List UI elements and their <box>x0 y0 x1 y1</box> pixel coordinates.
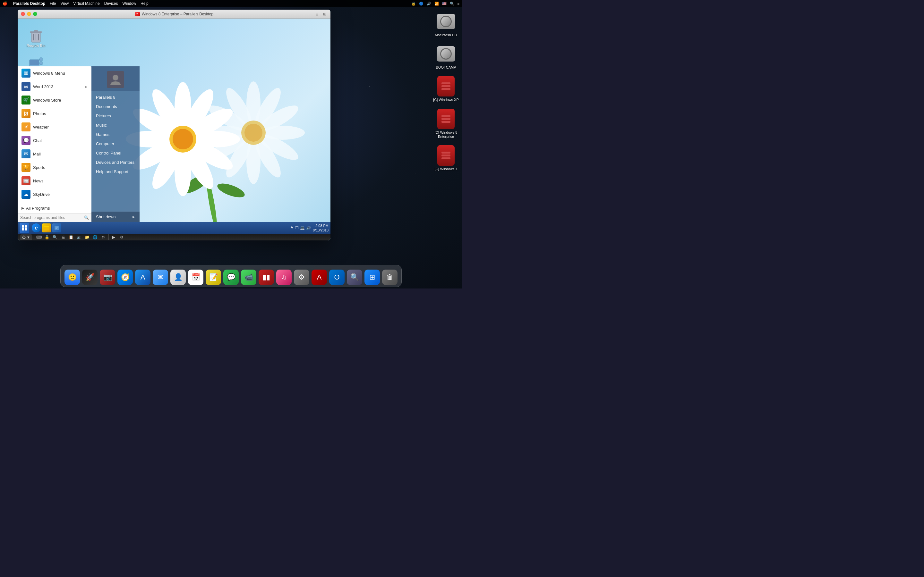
vm-clock: 2:08 PM 8/13/2013 <box>313 223 328 233</box>
dock-item-calendar[interactable]: 📅 <box>187 269 204 285</box>
start-menu-app-store[interactable]: 🛒 Windows Store <box>18 93 91 107</box>
start-menu-link-6[interactable]: Control Panel <box>91 148 140 158</box>
dock-item-finder[interactable]: 🙂 <box>64 269 81 285</box>
vm-titlebar: ✦ Windows 8 Enterprise – Parallels Deskt… <box>18 10 330 19</box>
parallels-power-button[interactable]: ⏻ ▼ <box>20 234 32 240</box>
view-menu[interactable]: View <box>60 1 69 6</box>
start-menu-app-mail[interactable]: ✉ Mail <box>18 147 91 161</box>
sticky-notes-taskbar[interactable] <box>52 223 61 232</box>
dock-item-contacts[interactable]: 👤 <box>170 269 186 285</box>
windows-xp-icon[interactable]: [C] Windows XP <box>433 76 459 102</box>
toolbar-btn-6[interactable]: 🔉 <box>76 234 83 240</box>
start-menu-link-7[interactable]: Devices and Printers <box>91 158 140 167</box>
apple-menu[interactable]: 🍎 <box>3 1 7 6</box>
dock-item-trash[interactable]: 🗑 <box>381 269 398 285</box>
search-icon[interactable]: 🔍 <box>450 2 454 6</box>
recycle-bin-label: Recycle Bin <box>26 44 46 47</box>
start-menu-link-4[interactable]: Games <box>91 130 140 139</box>
toolbar-btn-8[interactable]: 🌐 <box>92 234 99 240</box>
vm-start-button[interactable] <box>19 223 29 233</box>
vm-minimize-button[interactable] <box>27 12 31 16</box>
shutdown-label: Shut down <box>96 214 115 219</box>
file-menu[interactable]: File <box>50 1 56 6</box>
shutdown-arrow-icon: ▶ <box>132 215 135 219</box>
start-menu-app-news[interactable]: 📰 News <box>18 174 91 187</box>
toolbar-btn-4[interactable]: 🖨 <box>60 234 67 240</box>
start-menu-app-skydrive[interactable]: ☁ SkyDrive <box>18 187 91 201</box>
contacts-dock-icon: 👤 <box>170 269 186 285</box>
calendar-dock-icon: 📅 <box>188 269 204 285</box>
start-menu-app-sports[interactable]: 🏆 Sports <box>18 161 91 174</box>
windows-8-enterprise-icon[interactable]: [C] Windows 8 Enterprise <box>433 109 459 139</box>
toolbar-btn-play[interactable]: ▶ <box>110 234 118 240</box>
vm-taskbar: e <box>18 222 330 240</box>
dock-item-windows-dock[interactable]: ⊞ <box>364 269 381 285</box>
toolbar-btn-2[interactable]: 🔒 <box>44 234 51 240</box>
dock-item-spotlight[interactable]: 🔍 <box>346 269 363 285</box>
notification-icon[interactable]: ≡ <box>457 2 459 5</box>
shutdown-button[interactable]: Shut down ▶ <box>91 211 140 222</box>
dock-item-outlook[interactable]: O <box>328 269 345 285</box>
svg-point-45 <box>113 75 118 81</box>
stripe2 <box>441 85 451 87</box>
start-menu-link-2[interactable]: Pictures <box>91 111 140 121</box>
help-menu[interactable]: Help <box>141 1 149 6</box>
stripe2 <box>441 118 451 120</box>
toolbar-btn-3[interactable]: 🔍 <box>52 234 59 240</box>
bootcamp-hdd <box>437 46 455 61</box>
start-menu-link-0[interactable]: Parallels 8 <box>91 93 140 102</box>
bootcamp-icon[interactable]: BOOTCAMP <box>433 44 459 69</box>
windows-8-enterprise-img <box>436 109 456 129</box>
dock-item-sysprefs[interactable]: ⚙ <box>293 269 310 285</box>
start-menu-app-win8-menu[interactable]: ▦ Windows 8 Menu <box>18 66 91 80</box>
start-menu-app-weather[interactable]: ☀ Weather <box>18 120 91 134</box>
macintosh-hd-icon[interactable]: Macintosh HD <box>433 11 459 37</box>
app-name-menu[interactable]: Parallels Desktop <box>13 1 45 6</box>
vm-window-controls <box>21 12 37 16</box>
internet-explorer-taskbar[interactable]: e <box>32 223 41 232</box>
finder-dock-icon: 🙂 <box>65 269 80 285</box>
parallels-toolbar-left: ⏻ ▼ ⌨ 🔒 🔍 🖨 📋 🔉 📁 🌐 ⚙ <box>20 234 126 240</box>
start-menu-link-5[interactable]: Computer <box>91 139 140 148</box>
menubar-left: 🍎 Parallels Desktop File View Virtual Ma… <box>3 1 149 6</box>
toolbar-btn-7[interactable]: 📁 <box>84 234 91 240</box>
windows-7-icon[interactable]: [C] Windows 7 <box>433 145 459 171</box>
dock-item-photos-dock[interactable]: 📷 <box>99 269 116 285</box>
dock-item-launchpad[interactable]: 🚀 <box>81 269 98 285</box>
window-menu[interactable]: Window <box>122 1 136 6</box>
start-menu-app-word[interactable]: W Word 2013 ▶ <box>18 80 91 93</box>
volume-icon: 🔊 <box>427 2 431 6</box>
dock-item-messages[interactable]: 💬 <box>223 269 239 285</box>
dock-item-stickies[interactable]: 📝 <box>205 269 222 285</box>
toolbar-btn-9[interactable]: ⚙ <box>100 234 107 240</box>
all-programs-button[interactable]: ▶ All Programs <box>18 203 91 213</box>
vm-maximize-button[interactable] <box>33 12 37 16</box>
search-programs-input[interactable] <box>20 215 84 220</box>
dock-item-safari[interactable]: 🧭 <box>117 269 134 285</box>
svg-point-2 <box>216 181 246 200</box>
vm-close-button[interactable] <box>21 12 25 16</box>
toolbar-btn-1[interactable]: ⌨ <box>36 234 43 240</box>
dock-item-appstore[interactable]: A <box>134 269 151 285</box>
power-icon: ⏻ <box>22 235 26 239</box>
start-menu-app-chat[interactable]: 💬 Chat <box>18 134 91 147</box>
file-explorer-taskbar[interactable] <box>42 223 51 232</box>
dock-item-facetime[interactable]: 📹 <box>240 269 257 285</box>
start-menu-link-8[interactable]: Help and Support <box>91 167 140 176</box>
vm-recycle-bin[interactable]: Recycle Bin <box>26 28 46 47</box>
toolbar-btn-settings[interactable]: ⚙ <box>118 234 126 240</box>
dock-item-itunes[interactable]: ♫ <box>276 269 292 285</box>
dock-item-mail-dock[interactable]: ✉ <box>152 269 169 285</box>
dock-item-parallels-dock[interactable]: ▮▮ <box>258 269 275 285</box>
windows-8-hdd <box>437 109 455 129</box>
vm-fullscreen-button[interactable]: ⊞ <box>322 11 327 17</box>
dock-item-acrobat[interactable]: A <box>311 269 328 285</box>
start-menu-link-1[interactable]: Documents <box>91 102 140 111</box>
devices-menu[interactable]: Devices <box>104 1 118 6</box>
start-menu-link-3[interactable]: Music <box>91 121 140 130</box>
toolbar-btn-5[interactable]: 📋 <box>68 234 75 240</box>
start-menu-app-photos[interactable]: 🖼 Photos <box>18 107 91 120</box>
virtual-machine-menu[interactable]: Virtual Machine <box>73 1 100 6</box>
vm-restore-button[interactable]: ⊟ <box>314 11 320 17</box>
parallels-dock-dock-icon: ▮▮ <box>258 269 274 285</box>
